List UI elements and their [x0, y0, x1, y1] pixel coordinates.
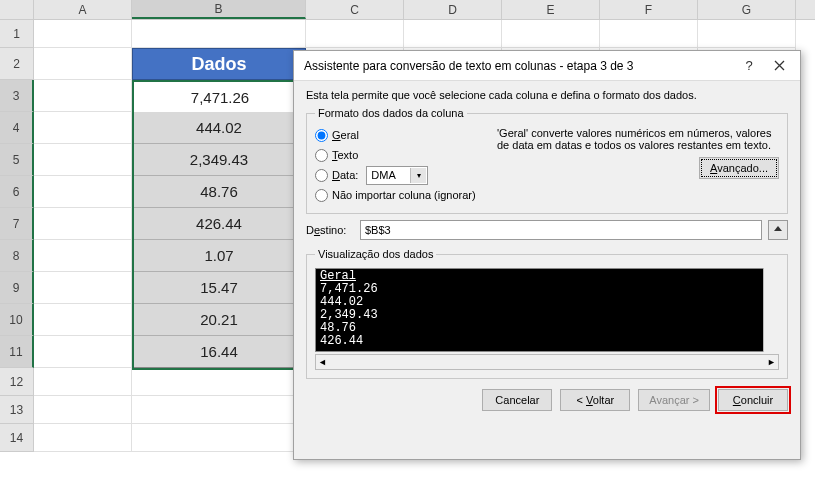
- cell-b11[interactable]: 16.44: [132, 336, 306, 368]
- col-header-g[interactable]: G: [698, 0, 796, 19]
- cell-a10[interactable]: [34, 304, 132, 336]
- data-preview-group: Visualização dos dados Geral 7,471.26 44…: [306, 248, 788, 379]
- cell-b5[interactable]: 2,349.43: [132, 144, 306, 176]
- active-cell-b3[interactable]: 7,471.26: [134, 82, 306, 112]
- cell-a5[interactable]: [34, 144, 132, 176]
- row-header-2[interactable]: 2: [0, 48, 34, 80]
- cell-b13[interactable]: [132, 396, 306, 424]
- data-preview-box: Geral 7,471.26 444.02 2,349.43 48.76 426…: [315, 268, 779, 352]
- chevron-down-icon: ▾: [410, 168, 426, 183]
- geral-description: 'Geral' converte valores numéricos em nú…: [497, 127, 779, 151]
- cancel-button[interactable]: Cancelar: [482, 389, 552, 411]
- cell-a8[interactable]: [34, 240, 132, 272]
- cell-b1[interactable]: [132, 20, 306, 48]
- dialog-intro-text: Esta tela permite que você selecione cad…: [306, 89, 788, 101]
- cell-a14[interactable]: [34, 424, 132, 452]
- row-header-3[interactable]: 3: [0, 80, 34, 112]
- radio-geral-label[interactable]: Geral: [332, 129, 359, 141]
- row-header-13[interactable]: 13: [0, 396, 34, 424]
- cell-e1[interactable]: [502, 20, 600, 48]
- column-format-group: Formato dos dados da coluna Geral Texto …: [306, 107, 788, 214]
- dialog-title: Assistente para conversão de texto em co…: [304, 59, 734, 73]
- table-header-dados[interactable]: Dados: [132, 48, 306, 80]
- destination-label: Destino:: [306, 224, 354, 236]
- cell-b8[interactable]: 1.07: [132, 240, 306, 272]
- cell-a9[interactable]: [34, 272, 132, 304]
- close-button[interactable]: [764, 54, 794, 78]
- date-format-combo[interactable]: DMA ▾: [366, 166, 428, 185]
- row-header-14[interactable]: 14: [0, 424, 34, 452]
- row-header-11[interactable]: 11: [0, 336, 34, 368]
- advanced-button[interactable]: Avançado...: [699, 157, 779, 179]
- scrollbar-horizontal[interactable]: ◄ ►: [315, 354, 779, 370]
- cell-b10[interactable]: 20.21: [132, 304, 306, 336]
- row-header-7[interactable]: 7: [0, 208, 34, 240]
- row-header-12[interactable]: 12: [0, 368, 34, 396]
- cell-a13[interactable]: [34, 396, 132, 424]
- cell-a6[interactable]: [34, 176, 132, 208]
- row-header-4[interactable]: 4: [0, 112, 34, 144]
- dialog-titlebar[interactable]: Assistente para conversão de texto em co…: [294, 51, 800, 81]
- cell-d1[interactable]: [404, 20, 502, 48]
- cell-a3[interactable]: [34, 80, 132, 112]
- cell-a4[interactable]: [34, 112, 132, 144]
- chevron-right-icon: ►: [767, 357, 776, 367]
- close-icon: [774, 60, 785, 71]
- column-format-legend: Formato dos dados da coluna: [315, 107, 467, 119]
- row-header-5[interactable]: 5: [0, 144, 34, 176]
- cell-a11[interactable]: [34, 336, 132, 368]
- data-preview-legend: Visualização dos dados: [315, 248, 436, 260]
- cell-a12[interactable]: [34, 368, 132, 396]
- cell-c1[interactable]: [306, 20, 404, 48]
- col-header-b[interactable]: B: [132, 0, 306, 19]
- cell-f1[interactable]: [600, 20, 698, 48]
- date-format-value: DMA: [371, 169, 395, 181]
- cell-b14[interactable]: [132, 424, 306, 452]
- radio-data-label[interactable]: Data:: [332, 169, 358, 181]
- cell-b6[interactable]: 48.76: [132, 176, 306, 208]
- col-header-f[interactable]: F: [600, 0, 698, 19]
- col-header-c[interactable]: C: [306, 0, 404, 19]
- dialog-button-row: Cancelar < Voltar Avançar > Concluir: [294, 379, 800, 421]
- radio-data[interactable]: [315, 169, 328, 182]
- cell-b4[interactable]: 444.02: [132, 112, 306, 144]
- col-header-e[interactable]: E: [502, 0, 600, 19]
- cell-a2[interactable]: [34, 48, 132, 80]
- cell-b9[interactable]: 15.47: [132, 272, 306, 304]
- radio-ignore-label[interactable]: Não importar coluna (ignorar): [332, 189, 476, 201]
- radio-ignore[interactable]: [315, 189, 328, 202]
- cell-b7[interactable]: 426.44: [132, 208, 306, 240]
- row-header-9[interactable]: 9: [0, 272, 34, 304]
- row-header-1[interactable]: 1: [0, 20, 34, 48]
- radio-geral[interactable]: [315, 129, 328, 142]
- cell-a1[interactable]: [34, 20, 132, 48]
- help-button[interactable]: ?: [734, 54, 764, 78]
- chevron-left-icon: ◄: [318, 357, 327, 367]
- row-header-8[interactable]: 8: [0, 240, 34, 272]
- column-header-row: A B C D E F G: [0, 0, 815, 20]
- grid-row: 1: [0, 20, 815, 48]
- next-button: Avançar >: [638, 389, 710, 411]
- cell-b12[interactable]: [132, 368, 306, 396]
- cell-g1[interactable]: [698, 20, 796, 48]
- col-header-a[interactable]: A: [34, 0, 132, 19]
- radio-texto[interactable]: [315, 149, 328, 162]
- back-button[interactable]: < Voltar: [560, 389, 630, 411]
- radio-texto-label[interactable]: Texto: [332, 149, 358, 161]
- select-all-corner[interactable]: [0, 0, 34, 19]
- finish-button[interactable]: Concluir: [718, 389, 788, 411]
- row-header-10[interactable]: 10: [0, 304, 34, 336]
- col-header-d[interactable]: D: [404, 0, 502, 19]
- arrow-up-icon: [773, 225, 783, 235]
- text-to-columns-dialog: Assistente para conversão de texto em co…: [293, 50, 801, 460]
- destination-input[interactable]: [360, 220, 762, 240]
- row-header-6[interactable]: 6: [0, 176, 34, 208]
- cell-a7[interactable]: [34, 208, 132, 240]
- scrollbar-vertical[interactable]: [763, 268, 779, 352]
- collapse-dialog-button[interactable]: [768, 220, 788, 240]
